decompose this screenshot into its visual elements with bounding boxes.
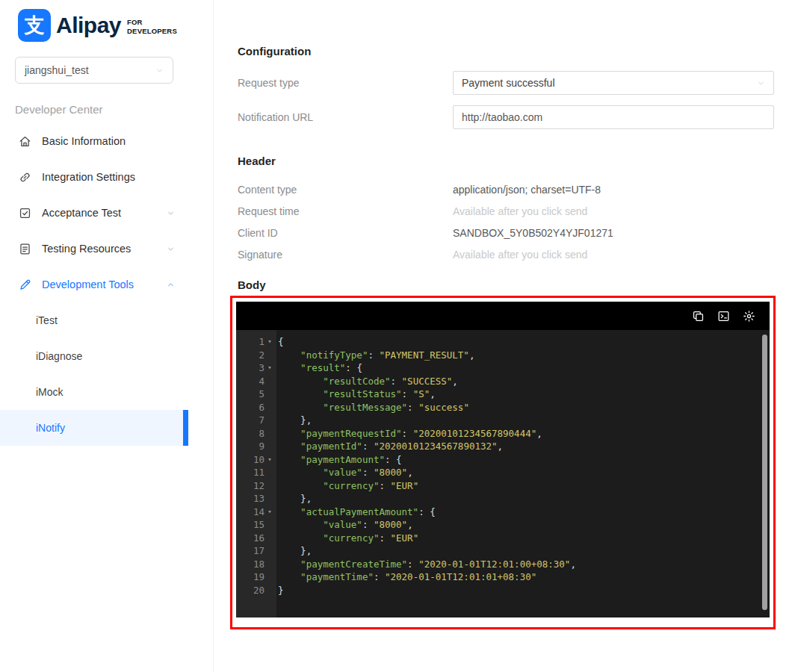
- sidebar-subitem-label: iTest: [36, 314, 58, 326]
- header-row-label: Request time: [238, 205, 453, 217]
- fold-spacer: [264, 570, 275, 584]
- code-line: 20}: [236, 584, 770, 597]
- code-text: "paymentId": "20200101234567890132",: [276, 440, 503, 453]
- field-label: Notification URL: [238, 111, 453, 123]
- code-line: 2 "notifyType": "PAYMENT_RESULT",: [236, 349, 770, 362]
- configuration-fields: Request typePayment successfulNotificati…: [238, 71, 774, 129]
- code-line: 5 "resultStatus": "S",: [236, 388, 770, 401]
- fold-spacer: [264, 375, 275, 388]
- sidebar-subitem-itest[interactable]: iTest: [0, 302, 188, 338]
- code-text: "notifyType": "PAYMENT_RESULT",: [276, 349, 474, 362]
- sidebar-item-label: Acceptance Test: [42, 207, 121, 219]
- line-number: 13: [236, 492, 264, 505]
- code-line: 1▾{: [236, 335, 770, 349]
- header-section-title: Header: [238, 155, 774, 167]
- line-number: 3: [236, 361, 264, 375]
- fold-toggle-icon[interactable]: ▾: [264, 505, 275, 519]
- sidebar-item-acceptance-test[interactable]: Acceptance Test: [0, 195, 188, 231]
- fold-spacer: [264, 440, 275, 453]
- fold-toggle-icon[interactable]: ▾: [264, 335, 275, 349]
- sidebar-item-development-tools[interactable]: Development Tools: [0, 267, 188, 302]
- code-text: },: [276, 414, 312, 427]
- code-line: 16 "currency": "EUR": [236, 532, 770, 545]
- select-value: Payment successful: [462, 77, 555, 89]
- field-label: Request type: [238, 77, 453, 89]
- fold-spacer: [264, 558, 275, 571]
- code-line: 3▾ "result": {: [236, 361, 770, 375]
- line-number: 5: [236, 388, 264, 401]
- sidebar-item-integration-settings[interactable]: Integration Settings: [0, 159, 188, 195]
- copy-icon[interactable]: [691, 309, 705, 323]
- config-row: Notification URL: [238, 105, 774, 129]
- code-text: "value": "8000",: [276, 518, 413, 532]
- fold-toggle-icon[interactable]: ▾: [264, 361, 275, 375]
- fold-spacer: [264, 414, 275, 427]
- editor-scrollbar[interactable]: [762, 335, 767, 610]
- alipay-logo-text: Alipay: [56, 13, 121, 38]
- line-number: 1: [236, 335, 264, 349]
- code-text: "resultStatus": "S",: [276, 388, 436, 401]
- body-section-title: Body: [238, 279, 774, 291]
- configuration-title: Configuration: [238, 45, 774, 57]
- line-number: 10: [236, 453, 264, 467]
- code-area[interactable]: 1▾{2 "notifyType": "PAYMENT_RESULT",3▾ "…: [236, 330, 770, 617]
- code-line: 7 },: [236, 414, 770, 427]
- fold-spacer: [264, 584, 275, 597]
- editor-toolbar: [236, 302, 770, 330]
- request-type-select[interactable]: Payment successful: [453, 71, 774, 95]
- acceptance-test-icon: [18, 206, 32, 220]
- alipay-brand: 支 Alipay FOR DEVELOPERS: [0, 0, 188, 42]
- code-text: "paymentAmount": {: [276, 453, 402, 467]
- config-row: Request typePayment successful: [238, 71, 774, 95]
- code-text: "result": {: [276, 361, 362, 375]
- line-number: 15: [236, 518, 264, 532]
- line-number: 20: [236, 584, 264, 597]
- code-text: },: [276, 492, 312, 505]
- line-number: 18: [236, 558, 264, 571]
- notification-url-input[interactable]: [453, 105, 774, 129]
- line-number: 14: [236, 505, 264, 519]
- sidebar-subitem-idiagnose[interactable]: iDiagnose: [0, 338, 188, 374]
- sidebar-subitem-inotify[interactable]: iNotify: [0, 410, 188, 446]
- brand-tagline-line2: DEVELOPERS: [127, 27, 177, 36]
- line-number: 4: [236, 375, 264, 388]
- header-row-content-type: Content typeapplication/json; charset=UT…: [238, 184, 774, 196]
- sidebar-subnav: iTestiDiagnoseiMockiNotify: [0, 302, 188, 446]
- code-editor: 1▾{2 "notifyType": "PAYMENT_RESULT",3▾ "…: [236, 302, 770, 617]
- fold-spacer: [264, 544, 275, 558]
- sidebar-item-label: Testing Resources: [42, 243, 131, 255]
- annotation-box: 1▾{2 "notifyType": "PAYMENT_RESULT",3▾ "…: [230, 296, 776, 629]
- sidebar-item-label: Development Tools: [42, 279, 134, 290]
- sidebar-item-basic-information[interactable]: Basic Information: [0, 123, 188, 159]
- code-line: 9 "paymentId": "20200101234567890132",: [236, 440, 770, 453]
- header-row-value: Available after you click send: [453, 249, 587, 261]
- code-text: },: [276, 544, 312, 558]
- account-select[interactable]: jiangshui_test: [15, 57, 173, 84]
- header-row-label: Content type: [238, 184, 453, 196]
- chevron-up-icon: [167, 281, 175, 289]
- line-number: 19: [236, 570, 264, 584]
- fold-spacer: [264, 401, 275, 414]
- chevron-down-icon: [757, 79, 765, 87]
- fold-toggle-icon[interactable]: ▾: [264, 453, 275, 467]
- sidebar-subitem-label: iNotify: [36, 422, 65, 434]
- sidebar-item-testing-resources[interactable]: Testing Resources: [0, 231, 188, 267]
- line-number: 11: [236, 466, 264, 479]
- fold-spacer: [264, 492, 275, 505]
- header-row-label: Client ID: [238, 227, 453, 239]
- code-text: {: [276, 335, 284, 349]
- code-text: "paymentTime": "2020-01-01T12:01:01+08:3…: [276, 570, 536, 584]
- development-tools-icon: [18, 278, 32, 292]
- account-select-value: jiangshui_test: [25, 64, 89, 76]
- home-icon: [18, 134, 32, 149]
- integration-icon: [18, 170, 32, 184]
- settings-icon[interactable]: [742, 309, 756, 323]
- header-row-label: Signature: [238, 249, 453, 261]
- line-number: 7: [236, 414, 264, 427]
- code-text: "paymentCreateTime": "2020-01-01T12:01:0…: [276, 558, 576, 571]
- code-text: "currency": "EUR": [276, 479, 418, 493]
- sidebar-subitem-imock[interactable]: iMock: [0, 374, 188, 410]
- code-line: 12 "currency": "EUR": [236, 479, 770, 493]
- line-number: 6: [236, 401, 264, 414]
- console-icon[interactable]: [717, 309, 731, 323]
